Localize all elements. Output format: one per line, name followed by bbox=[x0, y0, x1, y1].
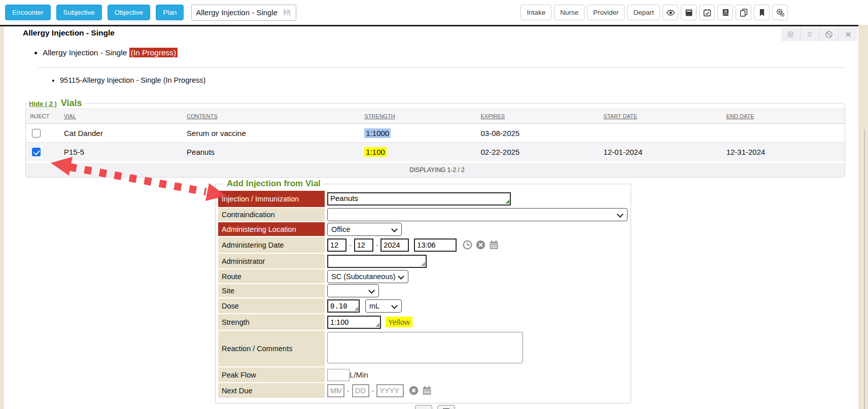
add-injection-section: Add Injection from Vial Injection / Immu… bbox=[215, 179, 631, 403]
calendar-icon[interactable] bbox=[422, 385, 432, 396]
route-value: SC (Subcutaneous) bbox=[331, 272, 396, 281]
provider-button[interactable]: Provider bbox=[587, 5, 624, 20]
vial-cell: Cat Dander bbox=[60, 124, 183, 143]
date-year-input[interactable] bbox=[380, 238, 409, 252]
form-row: Reaction / Comments bbox=[218, 331, 628, 366]
route-select[interactable]: SC (Subcutaneous) bbox=[327, 270, 408, 283]
clear-date-icon[interactable] bbox=[408, 385, 419, 396]
time-input[interactable] bbox=[414, 238, 457, 252]
vials-title: Vials bbox=[61, 98, 82, 109]
injection-immunization-label: Injection / Immunization bbox=[218, 191, 325, 207]
dose-input[interactable] bbox=[327, 299, 360, 313]
date-separator: - bbox=[349, 241, 352, 249]
administering-location-select[interactable]: Office bbox=[327, 223, 402, 236]
route-label: Route bbox=[218, 269, 325, 283]
dose-unit-value: mL bbox=[369, 302, 379, 310]
top-toolbar: Encounter Subjective Objective Plan Alle… bbox=[0, 0, 868, 25]
depart-button[interactable]: Depart bbox=[627, 5, 660, 20]
archive-box-icon[interactable] bbox=[681, 5, 697, 20]
col-strength[interactable]: STRENGTH bbox=[360, 109, 476, 124]
disable-icon[interactable] bbox=[819, 27, 839, 41]
contents-cell: Peanuts bbox=[183, 143, 360, 162]
chevron-down-icon bbox=[617, 211, 623, 218]
close-icon[interactable] bbox=[838, 27, 857, 41]
journal-icon[interactable] bbox=[781, 27, 800, 41]
form-row: Injection / Immunization Peanuts bbox=[218, 191, 628, 207]
add-injection-title: Add Injection from Vial bbox=[224, 179, 323, 189]
dose-unit-select[interactable]: mL bbox=[365, 299, 402, 313]
encounter-sublist: 95115-Allergy Injection - Single (In Pro… bbox=[4, 75, 858, 85]
calendar-check-icon[interactable] bbox=[699, 5, 715, 20]
chevron-down-icon bbox=[391, 226, 398, 232]
bookmark-icon[interactable] bbox=[754, 5, 770, 20]
col-start-date[interactable]: START DATE bbox=[600, 109, 722, 124]
start-date-cell: 12-01-2024 bbox=[600, 143, 722, 162]
peak-flow-unit: L/Min bbox=[350, 370, 368, 379]
subjective-button[interactable]: Subjective bbox=[56, 5, 102, 20]
expires-cell: 02-22-2025 bbox=[476, 143, 599, 162]
encounter-list-item: Allergy Injection - Single (In Progress) bbox=[43, 48, 858, 58]
contraindication-select[interactable] bbox=[327, 208, 628, 221]
copy-icon[interactable] bbox=[736, 5, 751, 20]
contents-cell: Serum or vaccine bbox=[183, 124, 360, 143]
clear-date-icon[interactable] bbox=[475, 240, 486, 250]
book-icon[interactable] bbox=[717, 5, 733, 20]
calendar-icon[interactable] bbox=[489, 240, 499, 250]
reaction-comments-label: Reaction / Comments bbox=[218, 331, 325, 366]
reaction-comments-field[interactable] bbox=[327, 332, 523, 363]
collapse-all-icon[interactable] bbox=[800, 27, 819, 41]
page: Encounter Subjective Objective Plan Alle… bbox=[0, 0, 868, 409]
bottom-button[interactable] bbox=[437, 405, 455, 409]
clock-icon[interactable] bbox=[462, 240, 473, 250]
next-due-year-input[interactable] bbox=[376, 384, 404, 397]
form-row: Route SC (Subcutaneous) bbox=[218, 269, 628, 283]
gears-icon[interactable] bbox=[772, 5, 788, 20]
col-inject: INJECT bbox=[26, 109, 60, 124]
form-row: Contraindication bbox=[218, 208, 628, 221]
form-row: Dose mL bbox=[218, 298, 628, 313]
inject-checkbox[interactable] bbox=[32, 129, 41, 138]
divider bbox=[38, 67, 846, 68]
next-due-day-input[interactable] bbox=[352, 384, 369, 397]
peak-flow-input[interactable] bbox=[327, 369, 350, 381]
site-select[interactable] bbox=[327, 284, 379, 297]
eye-icon[interactable] bbox=[663, 5, 678, 20]
table-pagination: DISPLAYING 1-2 / 2 bbox=[26, 162, 845, 177]
status-badge: (In Progress) bbox=[129, 48, 178, 57]
encounter-button[interactable]: Encounter bbox=[5, 5, 51, 20]
col-contents[interactable]: CONTENTS bbox=[183, 109, 360, 124]
chevron-down-icon bbox=[368, 287, 375, 294]
nurse-button[interactable]: Nurse bbox=[554, 5, 584, 20]
injection-immunization-field[interactable]: Peanuts bbox=[327, 192, 511, 206]
inject-checkbox[interactable] bbox=[32, 148, 41, 156]
contraindication-label: Contraindication bbox=[218, 208, 325, 221]
panel-header: Allergy Injection - Single bbox=[4, 26, 858, 40]
col-expires[interactable]: EXPIRES bbox=[476, 109, 599, 124]
vials-table: INJECT VIAL CONTENTS STRENGTH EXPIRES ST… bbox=[26, 109, 845, 177]
strength-input[interactable] bbox=[327, 316, 381, 329]
scrollbar[interactable] bbox=[864, 129, 865, 409]
hide-vials-link[interactable]: Hide ( 2 ) bbox=[29, 100, 57, 108]
save-icon[interactable] bbox=[282, 8, 292, 17]
intake-button[interactable]: Intake bbox=[520, 5, 551, 20]
objective-button[interactable]: Objective bbox=[108, 5, 150, 20]
next-due-label: Next Due bbox=[218, 383, 325, 398]
bottom-button[interactable] bbox=[415, 405, 432, 409]
plan-button[interactable]: Plan bbox=[156, 5, 184, 20]
col-end-date[interactable]: END DATE bbox=[722, 109, 845, 124]
date-day-input[interactable] bbox=[354, 238, 373, 252]
peak-flow-label: Peak Flow bbox=[218, 367, 325, 382]
administrator-field[interactable] bbox=[327, 255, 427, 268]
chevron-down-icon bbox=[391, 302, 398, 309]
form-selector[interactable]: Allergy Injection - Single bbox=[191, 5, 296, 21]
administering-location-label: Administering Location bbox=[218, 222, 325, 236]
date-separator: - bbox=[347, 387, 350, 395]
col-vial[interactable]: VIAL bbox=[60, 109, 183, 124]
encounter-list: Allergy Injection - Single (In Progress) bbox=[4, 48, 858, 58]
site-label: Site bbox=[218, 284, 325, 297]
content-panel: Allergy Injection - Single Allergy Injec… bbox=[4, 26, 858, 409]
date-month-input[interactable] bbox=[327, 238, 346, 252]
next-due-month-input[interactable] bbox=[327, 384, 344, 397]
form-selector-value: Allergy Injection - Single bbox=[196, 8, 282, 17]
table-row: Cat Dander Serum or vaccine 1:1000 03-08… bbox=[26, 124, 845, 143]
